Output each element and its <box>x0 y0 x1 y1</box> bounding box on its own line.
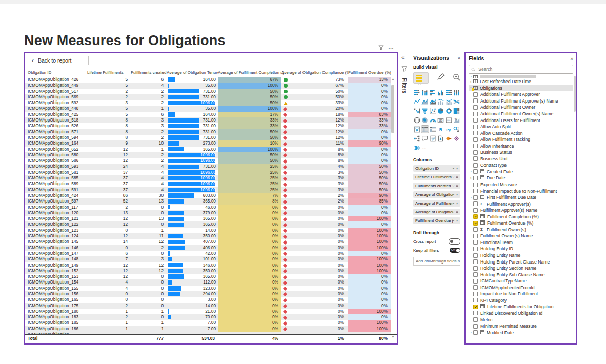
table-row[interactable]: ICMOMAppObligation_56922731.0050%50%0% <box>25 94 397 100</box>
table-row[interactable]: ICMOMAppObligation_4495435.00100%67%0% <box>25 83 397 88</box>
field-checkbox[interactable] <box>473 105 478 110</box>
field-checkbox[interactable] <box>473 156 478 161</box>
table-row[interactable]: ICMOMAppObligation_1241211350.000%0%100% <box>25 233 397 239</box>
field-checkbox[interactable] <box>473 227 478 232</box>
area-chart-icon[interactable] <box>421 98 429 105</box>
field-item[interactable]: ›Created Date <box>469 169 573 175</box>
donut-chart-icon[interactable] <box>445 107 452 114</box>
field-checkbox[interactable] <box>473 311 478 315</box>
field-checkbox[interactable] <box>473 214 478 219</box>
stacked-bar-chart-icon[interactable] <box>413 89 420 96</box>
table-row[interactable]: ICMOMAppObligation_14602406.000%0%100% <box>25 245 397 251</box>
field-item[interactable]: Fulfillment Approver(s) Name <box>469 207 573 214</box>
scrollbar-thumb[interactable] <box>391 85 394 133</box>
fields-search-box[interactable] <box>469 65 573 74</box>
filters-funnel-icon[interactable] <box>401 65 410 74</box>
chevron-down-icon[interactable]: › <box>452 211 455 212</box>
field-checkbox[interactable] <box>473 92 478 97</box>
field-checkbox[interactable] <box>473 98 478 103</box>
table-row[interactable]: ICMOMAppObligation_1172046.000%0%0% <box>25 205 397 210</box>
field-checkbox[interactable] <box>473 131 478 135</box>
column-header-2[interactable]: Lifetime Fulfillments <box>87 68 131 77</box>
field-checkbox[interactable] <box>473 144 478 148</box>
line-chart-icon[interactable] <box>413 98 420 105</box>
table-row[interactable]: ICMOMAppObligation_592321096.0050%33%0% <box>25 100 397 106</box>
clustered-bar-chart-icon[interactable] <box>429 89 436 96</box>
table-row[interactable]: ICMOMAppObligation_1211213365.000%0%100% <box>25 216 397 221</box>
multi-row-card-icon[interactable] <box>445 116 452 124</box>
chevron-down-icon[interactable]: › <box>452 176 455 177</box>
field-checkbox[interactable] <box>473 330 478 335</box>
field-item[interactable]: ›Due Date <box>469 175 573 181</box>
field-checkbox[interactable] <box>473 317 478 322</box>
field-item[interactable]: Impact due to Non-Fulfillment <box>469 291 573 297</box>
field-item[interactable]: Holding Entity Parent Clause Name <box>469 258 573 265</box>
table-row[interactable]: ICMOMAppObligation_15440112.000%0%0% <box>25 279 397 285</box>
table-row[interactable]: ICMOMAppObligation_52683731.0033%12%33% <box>25 123 397 129</box>
metrics-icon[interactable] <box>453 135 460 142</box>
chevron-expand-icon[interactable]: › <box>469 196 473 199</box>
field-checkbox[interactable] <box>473 292 478 296</box>
paginated-report-icon[interactable] <box>437 135 445 142</box>
field-checkbox[interactable] <box>473 189 478 193</box>
field-item[interactable]: Holding Entity ID <box>469 246 573 252</box>
table-row[interactable]: ICMOMAppObligation_5861221096.0050%8%0% <box>25 158 397 164</box>
chevron-expand-icon[interactable]: › <box>469 75 473 78</box>
table-icon[interactable] <box>421 126 429 133</box>
analytics-tab[interactable] <box>453 73 460 83</box>
table-row[interactable]: ICMOMAppObligation_5853741096.0025%3%50% <box>25 175 397 181</box>
fields-scrollbar[interactable] <box>574 76 576 112</box>
field-checkbox[interactable] <box>473 234 478 238</box>
fields-table-item-last-refreshed-datetime[interactable]: ›Last Refreshed DateTime <box>469 78 573 85</box>
field-item[interactable]: Metric <box>469 316 573 323</box>
field-item[interactable]: Holding Entity Name <box>469 252 573 259</box>
table-row[interactable]: ICMOMAppObligation_59482731.0050%12%0% <box>25 135 397 140</box>
field-item[interactable]: ICMContractTypeName <box>469 278 573 285</box>
100-stacked-bar-chart-icon[interactable] <box>445 89 452 96</box>
table-row[interactable]: ICMOMAppObligation_5975213365.008%2%85% <box>25 198 397 204</box>
table-row[interactable]: ICMOMAppObligation_57182731.0050%12%0% <box>25 129 397 135</box>
field-well-pill[interactable]: Average of Obligation...›× <box>413 191 460 198</box>
table-row[interactable]: ICMOMAppObligation_1230114.000%0%100% <box>25 228 397 233</box>
collapse-fields-icon[interactable]: » <box>570 56 573 62</box>
q-and-a-icon[interactable] <box>421 135 429 142</box>
field-item[interactable]: Allow Cascade Action <box>469 130 573 136</box>
kpi-icon[interactable]: 42 <box>453 116 460 124</box>
table-row[interactable]: ICMOMAppObligation_42556164.0017%18%83% <box>25 112 397 117</box>
field-checkbox[interactable] <box>473 118 478 123</box>
table-row[interactable]: ICMOMAppObligation_1451412407.000%0%100% <box>25 239 397 245</box>
field-item[interactable]: ICMOMAppInheritedFromId <box>469 285 573 291</box>
field-checkbox[interactable] <box>473 240 478 245</box>
gauge-icon[interactable] <box>429 116 436 124</box>
table-row[interactable]: ICMOMAppObligation_153120365.000%0%0% <box>25 274 397 279</box>
field-checkbox[interactable] <box>473 137 478 142</box>
field-checkbox[interactable] <box>473 298 478 302</box>
table-row[interactable]: ICMOMAppObligation_4485135.00100%20%0% <box>25 106 397 111</box>
map-icon[interactable] <box>413 116 420 124</box>
build-visual-tab[interactable] <box>413 72 429 84</box>
field-item[interactable]: Financial Impact due to Non-Fulfillment <box>469 188 573 194</box>
field-checkbox[interactable] <box>473 112 478 116</box>
field-item[interactable]: Additional Users for Fulfillment <box>469 117 573 124</box>
field-checkbox[interactable] <box>473 272 478 277</box>
field-checkbox[interactable] <box>473 266 478 271</box>
field-checkbox[interactable] <box>473 247 478 251</box>
matrix-icon[interactable] <box>429 126 436 133</box>
field-item[interactable]: Holding Entity Section Name <box>469 265 573 272</box>
chevron-expand-icon[interactable]: › <box>469 331 473 334</box>
field-item[interactable]: ›First Fulfillment Due Date <box>469 194 573 201</box>
field-item[interactable]: Linked Discovered Obligation Id <box>469 310 573 317</box>
field-item[interactable]: Additional Fulfillment Approver(s) Name <box>469 98 573 105</box>
key-influencers-icon[interactable] <box>453 126 460 133</box>
table-row[interactable]: ICMOMAppObligation_652121365.00100%8%0% <box>25 147 397 152</box>
scatter-chart-icon[interactable] <box>429 107 436 114</box>
pie-chart-icon[interactable] <box>437 107 445 114</box>
table-row[interactable]: ICMOMAppObligation_186117.000%0%100% <box>25 326 397 332</box>
obligations-table-visual[interactable]: ‹ Back to report Obligation IDLifetime F… <box>24 52 398 345</box>
field-checkbox[interactable] <box>473 169 478 174</box>
field-checkbox[interactable] <box>473 305 478 309</box>
field-well-pill[interactable]: Average of Fulfillment...›× <box>413 200 460 207</box>
card-icon[interactable]: 123 <box>437 116 445 124</box>
chevron-down-icon[interactable]: › <box>452 194 455 195</box>
remove-field-icon[interactable]: × <box>456 192 458 197</box>
